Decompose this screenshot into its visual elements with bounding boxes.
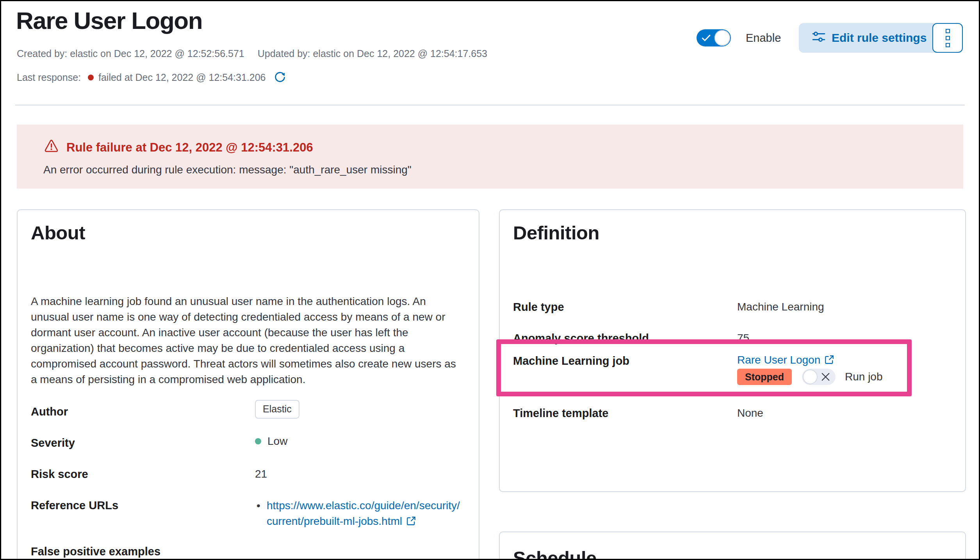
- severity-low-dot-icon: [255, 438, 261, 444]
- warning-triangle-icon: [44, 139, 59, 156]
- boxes-vertical-icon: [946, 29, 950, 47]
- rule-failure-title: Rule failure at Dec 12, 2022 @ 12:54:31.…: [66, 141, 313, 155]
- updated-by-text: Updated by: elastic on Dec 12, 2022 @ 12…: [258, 48, 487, 59]
- anomaly-threshold-value: 75: [737, 332, 749, 344]
- definition-title: Definition: [513, 222, 599, 244]
- run-job-label: Run job: [845, 371, 883, 383]
- more-actions-button[interactable]: [932, 23, 963, 53]
- severity-value: Low: [255, 435, 287, 448]
- switch-knob: [803, 369, 818, 384]
- author-value: Elastic: [255, 400, 299, 419]
- reference-urls-label: Reference URLs: [31, 499, 118, 512]
- enable-label: Enable: [746, 32, 781, 45]
- risk-score-label: Risk score: [31, 468, 88, 481]
- rule-failure-callout: Rule failure at Dec 12, 2022 @ 12:54:31.…: [17, 125, 963, 189]
- about-panel: About A machine learning job found an un…: [17, 209, 479, 560]
- controls-icon: [812, 30, 825, 46]
- last-response-value: failed at Dec 12, 2022 @ 12:54:31.206: [98, 72, 265, 83]
- severity-label: Severity: [31, 437, 75, 449]
- rule-failure-title-row: Rule failure at Dec 12, 2022 @ 12:54:31.…: [44, 139, 313, 156]
- author-badge: Elastic: [255, 400, 299, 419]
- rule-type-label: Rule type: [513, 301, 564, 314]
- ml-job-label: Machine Learning job: [513, 355, 629, 367]
- author-label: Author: [31, 405, 68, 418]
- external-link-icon: [406, 515, 416, 530]
- failed-status-dot-icon: [88, 75, 94, 80]
- reference-url-item: https://www.elastic.co/guide/en/security…: [255, 498, 464, 530]
- external-link-icon: [824, 355, 834, 367]
- enable-switch[interactable]: [697, 29, 731, 46]
- edit-rule-settings-label: Edit rule settings: [832, 31, 927, 45]
- risk-score-value: 21: [255, 468, 267, 480]
- header-divider: [15, 105, 965, 105]
- run-job-switch[interactable]: [802, 369, 836, 385]
- switch-knob: [715, 30, 730, 46]
- ml-job-status-badge: Stopped: [737, 369, 792, 385]
- edit-rule-settings-button[interactable]: Edit rule settings: [799, 23, 940, 53]
- last-response-line: Last response: failed at Dec 12, 2022 @ …: [17, 71, 286, 84]
- timeline-template-label: Timeline template: [513, 407, 608, 420]
- about-title: About: [31, 222, 85, 244]
- schedule-panel: Schedule: [499, 531, 966, 560]
- reference-url-link[interactable]: https://www.elastic.co/guide/en/security…: [267, 499, 460, 527]
- about-description: A machine learning job found an unusual …: [31, 294, 457, 387]
- rule-details-page: Rare User Logon Created by: elastic on D…: [0, 0, 980, 560]
- rule-failure-message: An error occurred during rule execution:…: [43, 164, 412, 176]
- ml-job-link-row: Rare User Logon: [737, 354, 834, 367]
- last-response-label: Last response:: [17, 72, 81, 83]
- page-title: Rare User Logon: [16, 7, 202, 34]
- ml-job-link[interactable]: Rare User Logon: [737, 354, 834, 366]
- anomaly-threshold-label: Anomaly score threshold: [513, 332, 649, 345]
- schedule-title: Schedule: [513, 547, 597, 560]
- ml-job-status-row: Stopped Run job: [737, 369, 883, 385]
- refresh-icon: [274, 71, 286, 84]
- check-icon: [702, 34, 711, 41]
- enable-group: Enable: [697, 29, 781, 46]
- refresh-button[interactable]: [274, 71, 286, 84]
- definition-panel: Definition Rule type Machine Learning An…: [499, 209, 966, 492]
- cross-icon: [821, 373, 830, 381]
- rule-meta-line: Created by: elastic on Dec 12, 2022 @ 12…: [17, 48, 487, 59]
- timeline-template-value: None: [737, 407, 763, 419]
- severity-text: Low: [267, 435, 287, 448]
- created-by-text: Created by: elastic on Dec 12, 2022 @ 12…: [17, 48, 244, 59]
- rule-type-value: Machine Learning: [737, 301, 824, 313]
- false-positives-label: False positive examples: [31, 545, 160, 558]
